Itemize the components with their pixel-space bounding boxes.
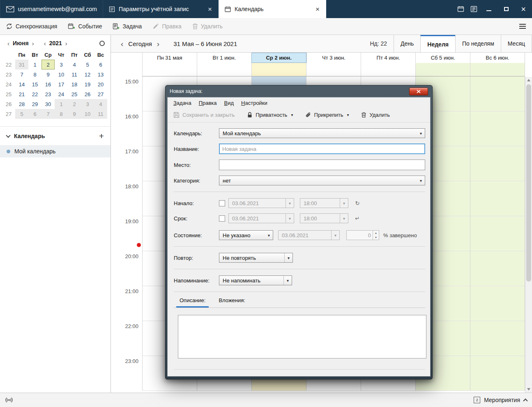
status-select[interactable]: Не указано ▾ (219, 230, 273, 240)
minical-date[interactable]: 24 (55, 89, 68, 99)
minical-date[interactable]: 13 (94, 69, 107, 79)
minical-date[interactable]: 5 (81, 60, 94, 69)
view-button[interactable]: Неделя (420, 35, 455, 52)
save-close-button[interactable]: Сохранить и закрыть (173, 112, 235, 118)
minical-date[interactable]: 30 (41, 99, 55, 109)
new-event-button[interactable]: Событие (68, 23, 102, 30)
calendar-select[interactable]: Мой календарь ▾ (219, 128, 425, 138)
start-date-select[interactable]: 03.06.2021 ▾ (228, 198, 294, 208)
minical-date[interactable]: 1 (55, 99, 68, 109)
hour-cell[interactable] (470, 251, 525, 286)
tab-account-settings[interactable]: Параметры учётной запис × (103, 0, 219, 18)
prev-year-icon[interactable]: ‹ (42, 40, 48, 46)
tab-description[interactable]: Описание: (176, 294, 209, 308)
minical-date[interactable]: 2 (41, 60, 55, 69)
new-task-button[interactable]: Задача (113, 23, 142, 30)
synchronize-button[interactable]: Синхронизация (6, 23, 57, 30)
allday-cell[interactable] (306, 63, 361, 76)
privacy-button[interactable]: Приватность ▾ (247, 112, 293, 118)
view-button[interactable]: Месяц (501, 35, 532, 52)
view-button[interactable]: По неделям (455, 35, 501, 52)
minical-date[interactable]: 26 (81, 89, 94, 99)
next-week-icon[interactable]: › (154, 40, 163, 48)
location-input[interactable] (219, 160, 425, 170)
minical-date[interactable]: 22 (28, 89, 41, 99)
link-dates-icon[interactable]: ↻ (353, 200, 362, 206)
minical-date[interactable]: 4 (94, 99, 107, 109)
hour-cell[interactable] (470, 146, 525, 181)
minical-date[interactable]: 25 (68, 89, 81, 99)
minical-date[interactable]: 16 (41, 79, 55, 89)
minical-date[interactable]: 11 (68, 69, 81, 79)
view-button[interactable]: День (394, 35, 420, 52)
minical-date[interactable]: 1 (28, 60, 41, 69)
minical-date[interactable]: 11 (94, 109, 107, 119)
delete-button[interactable]: Удалить (192, 23, 223, 30)
dialog-menu-item[interactable]: Настройки (238, 99, 271, 107)
spin-up-icon[interactable]: ▲ (373, 231, 379, 235)
spin-down-icon[interactable]: ▼ (373, 235, 379, 240)
minical-date[interactable]: 10 (81, 109, 94, 119)
allday-cell[interactable] (361, 63, 415, 76)
dialog-delete-button[interactable]: Удалить (361, 112, 390, 118)
today-button[interactable] (99, 41, 105, 46)
minical-date[interactable]: 9 (41, 69, 55, 79)
attach-button[interactable]: Прикрепить ▾ (305, 112, 349, 118)
minical-date[interactable]: 29 (28, 99, 41, 109)
dialog-titlebar[interactable]: Новая задача: (167, 86, 431, 97)
today-nav-button[interactable]: Сегодня (127, 40, 154, 47)
open-calendar-view-button[interactable] (454, 0, 467, 18)
hour-cell[interactable] (470, 181, 525, 216)
minical-date[interactable]: 3 (55, 60, 68, 69)
minical-date[interactable]: 19 (81, 79, 94, 89)
prev-week-icon[interactable]: ‹ (117, 40, 127, 48)
due-date-checkbox[interactable] (219, 215, 225, 222)
minical-date[interactable]: 17 (55, 79, 68, 89)
minical-date[interactable]: 2 (68, 99, 81, 109)
repeat-select[interactable]: Не повторять ▾ (219, 253, 293, 263)
spinner-buttons[interactable]: ▲▼ (373, 231, 379, 240)
close-tab-icon[interactable]: × (207, 6, 213, 13)
minical-date[interactable]: 27 (94, 89, 107, 99)
calendar-section-header[interactable]: Календарь + (0, 126, 111, 145)
online-status-button[interactable] (5, 397, 13, 403)
dialog-close-button[interactable] (409, 88, 428, 95)
add-calendar-button[interactable]: + (99, 132, 104, 140)
scroll-down-icon[interactable] (527, 388, 530, 391)
category-select[interactable]: нет ▾ (219, 176, 425, 185)
day-column[interactable] (470, 76, 525, 391)
scroll-up-icon[interactable] (527, 79, 530, 81)
minical-date[interactable]: 23 (41, 89, 55, 99)
dialog-menu-item[interactable]: Вид (221, 99, 237, 107)
next-month-icon[interactable]: › (30, 40, 36, 46)
hour-cell[interactable] (470, 76, 525, 111)
open-tasks-view-button[interactable] (467, 0, 480, 18)
minical-date[interactable]: 31 (15, 60, 28, 69)
hour-cell[interactable] (470, 356, 525, 391)
minical-date[interactable]: 8 (28, 69, 41, 79)
minical-date[interactable]: 8 (55, 109, 68, 119)
reminder-select[interactable]: Не напоминать ▾ (219, 275, 292, 285)
tab-mail-account[interactable]: usernametimeweb@gmail.com (0, 0, 103, 18)
minical-date[interactable]: 6 (94, 60, 107, 69)
due-time-select[interactable]: 18:00 ▾ (300, 213, 348, 223)
minical-date[interactable]: 7 (41, 109, 55, 119)
calendar-list-item[interactable]: Мой календарь (0, 145, 111, 157)
next-year-icon[interactable]: › (64, 40, 69, 46)
due-date-select[interactable]: 03.06.2021 ▾ (228, 213, 294, 223)
minical-date[interactable]: 7 (15, 69, 28, 79)
allday-cell[interactable] (415, 63, 470, 76)
return-icon[interactable]: ↵ (353, 215, 362, 222)
minimize-button[interactable] (480, 0, 497, 18)
maximize-button[interactable] (497, 0, 515, 18)
start-time-select[interactable]: 18:00 ▾ (300, 198, 348, 208)
minical-date[interactable]: 15 (28, 79, 41, 89)
tab-calendar[interactable]: Календарь × (219, 0, 326, 18)
allday-cell[interactable] (251, 63, 306, 76)
vertical-scrollbar[interactable] (525, 77, 532, 393)
tab-attachments[interactable]: Вложения: (215, 294, 249, 308)
minical-date[interactable]: 20 (94, 79, 107, 89)
scrollbar-thumb[interactable] (526, 84, 531, 282)
description-textarea[interactable] (178, 315, 426, 358)
percent-complete-spinner[interactable]: 0 ▲▼ (346, 230, 379, 240)
